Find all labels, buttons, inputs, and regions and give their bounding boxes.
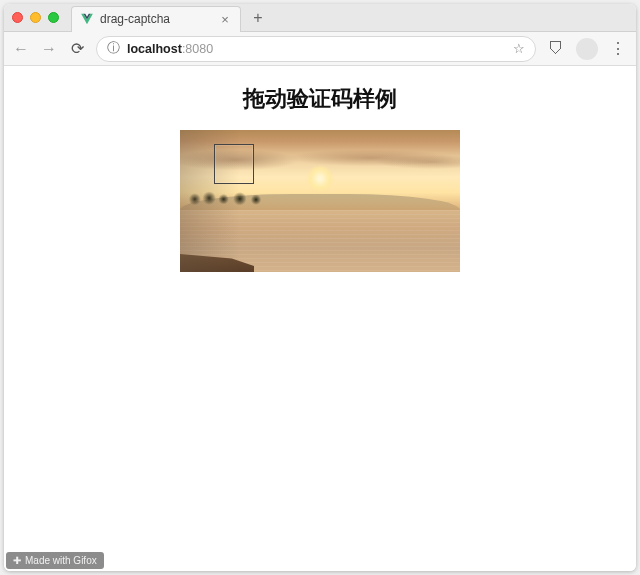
captcha-puzzle-slot[interactable] <box>214 144 254 184</box>
trees-decoration <box>184 186 274 208</box>
window-zoom-button[interactable] <box>48 12 59 23</box>
browser-tab[interactable]: drag-captcha × <box>71 6 241 32</box>
browser-toolbar: ← → ⟳ ⓘ localhost:8080 ☆ ⛉ ⋮ <box>4 32 636 66</box>
reload-button[interactable]: ⟳ <box>68 39 86 58</box>
url-text: localhost:8080 <box>127 42 213 56</box>
forward-button[interactable]: → <box>40 40 58 58</box>
gifox-watermark: ✚ Made with Gifox <box>6 552 104 569</box>
sun-decoration <box>308 166 333 191</box>
window-close-button[interactable] <box>12 12 23 23</box>
tab-title: drag-captcha <box>100 12 212 26</box>
kebab-menu-icon[interactable]: ⋮ <box>608 39 628 58</box>
address-bar[interactable]: ⓘ localhost:8080 ☆ <box>96 36 536 62</box>
back-button[interactable]: ← <box>12 40 30 58</box>
watermark-text: Made with Gifox <box>25 555 97 566</box>
site-info-icon[interactable]: ⓘ <box>107 40 121 57</box>
new-tab-button[interactable]: + <box>249 9 267 27</box>
tab-close-button[interactable]: × <box>218 12 232 27</box>
drag-captcha-widget[interactable] <box>180 130 460 272</box>
profile-avatar-icon[interactable] <box>576 38 598 60</box>
page-content: 拖动验证码样例 <box>4 66 636 571</box>
shield-icon[interactable]: ⛉ <box>546 40 566 58</box>
titlebar: drag-captcha × + <box>4 4 636 32</box>
gifox-logo-icon: ✚ <box>13 555 21 566</box>
vue-favicon-icon <box>80 12 94 26</box>
traffic-lights <box>12 12 59 23</box>
bookmark-star-icon[interactable]: ☆ <box>513 41 525 56</box>
url-port: :8080 <box>182 42 213 56</box>
window-minimize-button[interactable] <box>30 12 41 23</box>
browser-window: drag-captcha × + ← → ⟳ ⓘ localhost:8080 … <box>4 4 636 571</box>
page-title: 拖动验证码样例 <box>4 84 636 114</box>
url-host: localhost <box>127 42 182 56</box>
